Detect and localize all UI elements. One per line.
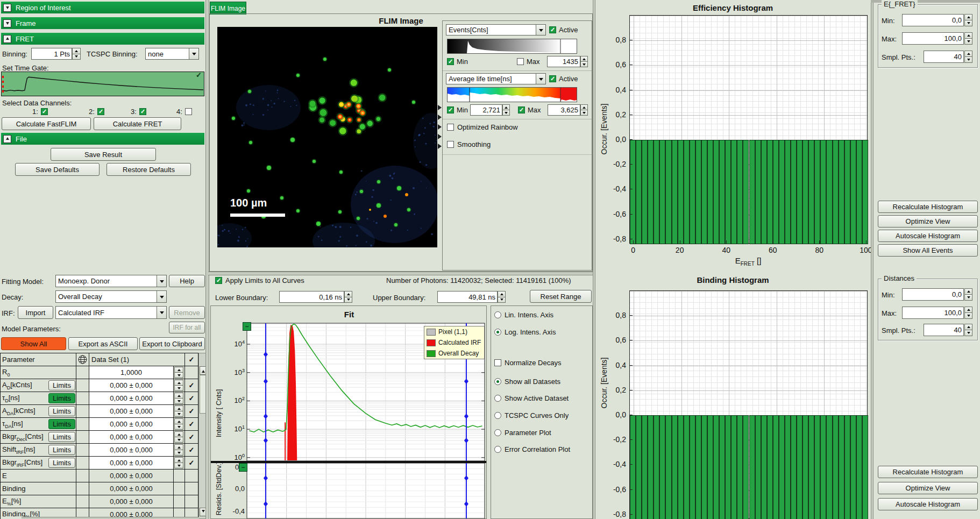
param-value[interactable]: 1,0000 <box>89 366 174 379</box>
show-all-button[interactable]: Show All <box>1 337 66 350</box>
param-value[interactable]: 0,000 ± 0,000 <box>89 392 174 405</box>
channel-checkbox[interactable] <box>139 108 146 115</box>
section-header-region-of-interest[interactable]: Region of Interest <box>1 2 204 13</box>
help-button[interactable]: Help <box>169 275 205 287</box>
efficiency-histogram-plot[interactable] <box>629 15 868 244</box>
resid-handle[interactable]: − <box>239 463 247 472</box>
lower-boundary-spinner[interactable] <box>344 291 352 303</box>
param-value[interactable]: 0,000 ± 0,000 <box>89 405 174 418</box>
chevron-down-icon[interactable] <box>536 74 545 84</box>
distances-smpl-spinner[interactable] <box>964 324 972 336</box>
intensity-max-checkbox[interactable] <box>517 58 524 65</box>
collapse-icon[interactable] <box>3 4 11 12</box>
export-ascii-button[interactable]: Export as ASCII <box>68 337 138 350</box>
param-spinner[interactable] <box>174 393 183 404</box>
save-defaults-button[interactable]: Save Defaults <box>15 163 100 176</box>
option-radio[interactable] <box>494 311 501 318</box>
expand-icon[interactable] <box>3 35 11 43</box>
right-panel-button[interactable]: Recalculate Histogram <box>878 466 978 478</box>
irf-remove-button[interactable]: Remove <box>169 306 205 319</box>
param-fit-checkbox[interactable]: ✓ <box>185 379 198 392</box>
table-header-parameter[interactable]: Parameter <box>1 353 76 366</box>
middle-splitter[interactable] <box>208 272 593 275</box>
section-header-frame[interactable]: Frame <box>1 17 204 29</box>
limits-button[interactable]: Limits <box>48 432 75 442</box>
param-spinner[interactable] <box>174 444 183 456</box>
chevron-down-icon[interactable] <box>157 275 166 287</box>
right-panel-button[interactable]: Show All Events <box>878 244 978 257</box>
irf-for-all-button[interactable]: IRF for all <box>169 322 205 333</box>
intensity-active-checkbox[interactable] <box>549 26 556 33</box>
channel-checkbox[interactable] <box>97 108 104 115</box>
collapse-icon[interactable] <box>3 19 11 27</box>
lifetime-min-spinner[interactable] <box>502 104 510 116</box>
intensity-gradient-bar[interactable] <box>447 39 577 54</box>
irf-import-button[interactable]: Import <box>18 306 53 319</box>
chevron-down-icon[interactable] <box>536 25 545 35</box>
param-spinner[interactable] <box>174 431 183 443</box>
lifetime-source-dropdown[interactable]: Average life time[ns] <box>446 73 546 84</box>
param-fit-checkbox[interactable]: ✓ <box>185 418 198 431</box>
lifetime-max-checkbox[interactable] <box>518 106 525 113</box>
fitting-model-dropdown[interactable]: Monoexp. Donor <box>55 275 167 287</box>
smoothing-checkbox[interactable] <box>447 141 454 148</box>
efret-min-spinner[interactable] <box>964 14 972 26</box>
right-panel-button[interactable]: Optimize View <box>878 482 978 494</box>
intensity-max-spinner[interactable] <box>580 56 588 67</box>
save-result-button[interactable]: Save Result <box>51 148 156 161</box>
limits-button[interactable]: Limits <box>48 406 75 416</box>
globe-icon[interactable] <box>76 353 89 366</box>
table-hscrollbar[interactable] <box>22 517 199 519</box>
channel-checkbox[interactable] <box>185 108 192 115</box>
distances-min-spinner[interactable] <box>964 288 972 301</box>
param-fit-checkbox[interactable]: ✓ <box>185 392 198 405</box>
chevron-down-icon[interactable] <box>157 291 166 302</box>
option-radio[interactable] <box>494 412 501 419</box>
limits-button[interactable]: Limits <box>48 380 75 390</box>
section-header-fret[interactable]: FRET <box>1 33 204 45</box>
intensity-max-input[interactable]: 1435 <box>547 56 580 67</box>
efret-min-input[interactable]: 0,0 <box>902 14 964 26</box>
param-value[interactable]: 0,000 ± 0,000 <box>89 444 174 457</box>
lifetime-min-checkbox[interactable] <box>447 106 454 113</box>
intensity-min-checkbox[interactable] <box>447 58 454 65</box>
restore-defaults-button[interactable]: Restore Defaults <box>106 163 191 176</box>
param-spinner[interactable] <box>174 380 183 391</box>
binning-spinner[interactable] <box>72 48 81 60</box>
lifetime-min-input[interactable]: 2,721 <box>470 104 502 116</box>
irf-dropdown[interactable]: Calculated IRF <box>55 306 167 319</box>
lifetime-active-checkbox[interactable] <box>549 75 556 82</box>
chevron-down-icon[interactable] <box>189 48 198 59</box>
reset-range-button[interactable]: Reset Range <box>530 290 592 303</box>
limits-button[interactable]: Limits <box>48 419 75 429</box>
apply-limits-checkbox[interactable] <box>215 277 222 284</box>
distances-min-input[interactable]: 0,0 <box>902 288 964 301</box>
time-gate-plot[interactable]: ✓ <box>1 72 204 96</box>
efret-smpl-input[interactable]: 40 <box>924 51 964 63</box>
export-clipboard-button[interactable]: Export to Clipboard <box>139 337 205 350</box>
right-splitter[interactable] <box>871 0 874 519</box>
param-spinner[interactable] <box>174 406 183 417</box>
rainbow-gradient-bar[interactable] <box>447 87 577 102</box>
flim-image[interactable]: 100 µm <box>217 27 437 247</box>
upper-boundary-input[interactable]: 49,81 ns <box>437 291 498 303</box>
param-fit-checkbox[interactable]: ✓ <box>185 431 198 444</box>
option-radio[interactable] <box>494 429 501 436</box>
table-header-dataset[interactable]: Data Set (1) <box>89 353 185 366</box>
param-value[interactable]: 0,000 ± 0,000 <box>89 418 174 431</box>
section-header-file[interactable]: File <box>1 133 204 145</box>
efret-max-input[interactable]: 100,0 <box>902 32 964 45</box>
left-splitter[interactable] <box>205 0 209 519</box>
binding-histogram-plot[interactable] <box>629 290 868 519</box>
channel-checkbox[interactable] <box>41 108 48 115</box>
option-radio[interactable] <box>494 329 501 336</box>
right-panel-button[interactable]: Recalculate Histogram <box>878 201 978 213</box>
right-panel-button[interactable]: Autoscale Histogram <box>878 230 978 242</box>
plot-handle[interactable]: − <box>243 322 251 331</box>
decay-dropdown[interactable]: Overall Decay <box>55 290 167 303</box>
option-checkbox[interactable] <box>494 359 501 366</box>
param-value[interactable]: 0,000 ± 0,000 <box>89 431 174 444</box>
lower-boundary-input[interactable]: 0,16 ns <box>279 291 344 303</box>
intensity-source-dropdown[interactable]: Events[Cnts] <box>446 24 546 35</box>
efret-smpl-spinner[interactable] <box>964 51 972 63</box>
